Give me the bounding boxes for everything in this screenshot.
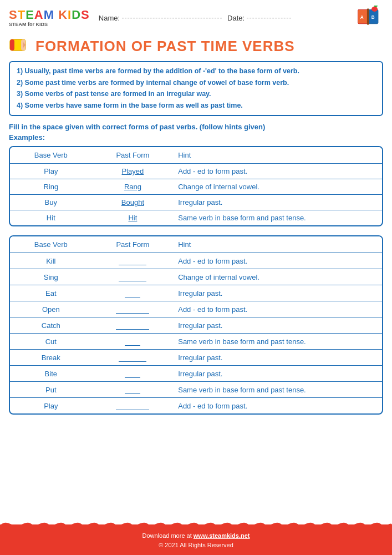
example-cell-past: Hit <box>92 210 174 226</box>
exercise-cell-blank[interactable] <box>92 253 174 269</box>
info-point-4: 4) Some verbs have same form in the base… <box>17 101 375 111</box>
examples-label: Examples: <box>0 132 392 144</box>
exercise-cell-base: Break <box>10 350 92 366</box>
svg-rect-2 <box>367 8 369 24</box>
date-label: Date: <box>227 14 245 22</box>
logo-letter-d: D <box>72 8 81 22</box>
example-cell-past: Played <box>92 164 174 179</box>
exercise-table-row: Eat Irregular past. <box>10 285 382 301</box>
info-box: 1) Usually, past time verbs are formed b… <box>9 61 383 116</box>
footer-download-text: Download more at <box>142 532 193 539</box>
logo-text: STEAM KIDS <box>9 9 90 21</box>
footer-copyright: © 2021 All Rights Reserved <box>159 542 233 548</box>
pencil-icon <box>9 36 27 57</box>
example-header-past: Past Form <box>92 147 174 164</box>
book-icon: A B <box>355 6 383 31</box>
date-field: Date: <box>227 14 291 22</box>
example-cell-hint: Same verb in base form and past tense. <box>174 210 382 226</box>
exercise-cell-base: Cut <box>10 334 92 350</box>
exercise-cell-hint: Irregular past. <box>174 366 382 382</box>
exercise-table-row: Catch Irregular past. <box>10 317 382 334</box>
title-bar: FORMATION OF PAST TIME VERBS <box>0 34 392 61</box>
example-cell-hint: Irregular past. <box>174 195 382 210</box>
example-table: Base Verb Past Form Hint Play Played Add… <box>10 147 382 225</box>
exercise-cell-blank[interactable] <box>92 269 174 285</box>
exercise-cell-hint: Same verb in base form and past tense. <box>174 334 382 350</box>
exercise-cell-base: Put <box>10 382 92 398</box>
exercise-cell-hint: Change of internal vowel. <box>174 269 382 285</box>
logo-letter-e: E <box>26 8 34 22</box>
exercise-table-row: Cut Same verb in base form and past tens… <box>10 334 382 350</box>
exercise-header-base: Base Verb <box>10 236 92 253</box>
logo-letter-k: K <box>58 8 68 22</box>
date-dotted-line[interactable] <box>247 18 291 18</box>
example-table-row: Ring Rang Change of internal vowel. <box>10 179 382 195</box>
exercise-cell-blank[interactable] <box>92 317 174 334</box>
exercise-cell-base: Kill <box>10 253 92 269</box>
footer-website[interactable]: www.steamkids.net <box>194 532 250 539</box>
exercise-cell-base: Bite <box>10 366 92 382</box>
exercise-table: Base Verb Past Form Hint Kill Add - ed t… <box>10 236 382 413</box>
exercise-cell-hint: Same verb in base form and past tense. <box>174 382 382 398</box>
footer: Download more at www.steamkids.net © 202… <box>0 524 392 555</box>
exercise-cell-hint: Irregular past. <box>174 285 382 301</box>
svg-rect-9 <box>10 39 14 51</box>
example-table-container: Base Verb Past Form Hint Play Played Add… <box>9 146 383 226</box>
logo-subtitle: STEAM for KIDS <box>9 22 48 27</box>
exercise-cell-base: Catch <box>10 317 92 334</box>
example-table-header-row: Base Verb Past Form Hint <box>10 147 382 164</box>
exercise-table-container: Base Verb Past Form Hint Kill Add - ed t… <box>9 235 383 415</box>
exercise-cell-blank[interactable] <box>92 334 174 350</box>
info-point-1: 1) Usually, past time verbs are formed b… <box>17 67 375 77</box>
exercise-cell-blank[interactable] <box>92 382 174 398</box>
name-dotted-line[interactable] <box>122 18 222 18</box>
example-cell-past: Rang <box>92 179 174 195</box>
info-point-2: 2) Some past time verbs are formed by in… <box>17 78 375 88</box>
logo-area: STEAM KIDS STEAM for KIDS <box>9 9 90 27</box>
exercise-cell-base: Sing <box>10 269 92 285</box>
exercise-cell-blank[interactable] <box>92 398 174 414</box>
example-table-row: Buy Bought Irregular past. <box>10 195 382 210</box>
svg-point-5 <box>371 7 378 12</box>
name-label: Name: <box>99 14 120 22</box>
exercise-cell-hint: Irregular past. <box>174 350 382 366</box>
svg-text:A: A <box>360 15 364 20</box>
logo-letter-m: M <box>44 8 54 22</box>
exercise-cell-blank[interactable] <box>92 301 174 317</box>
example-cell-base: Buy <box>10 195 92 210</box>
instruction-text: Fill in the space given with correct for… <box>0 120 392 132</box>
exercise-cell-blank[interactable] <box>92 285 174 301</box>
exercise-table-row: Open Add - ed to form past. <box>10 301 382 317</box>
example-cell-base: Play <box>10 164 92 179</box>
exercise-table-row: Sing Change of internal vowel. <box>10 269 382 285</box>
exercise-cell-hint: Add - ed to form past. <box>174 398 382 414</box>
example-header-hint: Hint <box>174 147 382 164</box>
header: STEAM KIDS STEAM for KIDS Name: Date: <box>0 0 392 34</box>
example-cell-hint: Add - ed to form past. <box>174 164 382 179</box>
exercise-cell-blank[interactable] <box>92 350 174 366</box>
example-table-row: Play Played Add - ed to form past. <box>10 164 382 179</box>
exercise-table-row: Play Add - ed to form past. <box>10 398 382 414</box>
footer-wave <box>0 518 392 526</box>
exercise-header-hint: Hint <box>174 236 382 253</box>
exercise-cell-base: Eat <box>10 285 92 301</box>
exercise-cell-hint: Add - ed to form past. <box>174 253 382 269</box>
example-cell-past: Bought <box>92 195 174 210</box>
footer-text: Download more at www.steamkids.net © 202… <box>0 531 392 551</box>
exercise-table-header-row: Base Verb Past Form Hint <box>10 236 382 253</box>
example-header-base: Base Verb <box>10 147 92 164</box>
logo-letter-a: A <box>34 8 44 22</box>
main-title: FORMATION OF PAST TIME VERBS <box>35 38 295 55</box>
exercise-cell-base: Open <box>10 301 92 317</box>
exercise-header-past: Past Form <box>92 236 174 253</box>
page-wrapper: STEAM KIDS STEAM for KIDS Name: Date: <box>0 0 392 555</box>
exercise-cell-base: Play <box>10 398 92 414</box>
example-cell-hint: Change of internal vowel. <box>174 179 382 195</box>
exercise-table-row: Put Same verb in base form and past tens… <box>10 382 382 398</box>
exercise-cell-blank[interactable] <box>92 366 174 382</box>
exercise-cell-hint: Add - ed to form past. <box>174 301 382 317</box>
exercise-table-row: Kill Add - ed to form past. <box>10 253 382 269</box>
name-date-line: Name: Date: <box>99 14 347 22</box>
info-point-3: 3) Some verbs of past tense are formed i… <box>17 89 375 99</box>
example-cell-base: Hit <box>10 210 92 226</box>
